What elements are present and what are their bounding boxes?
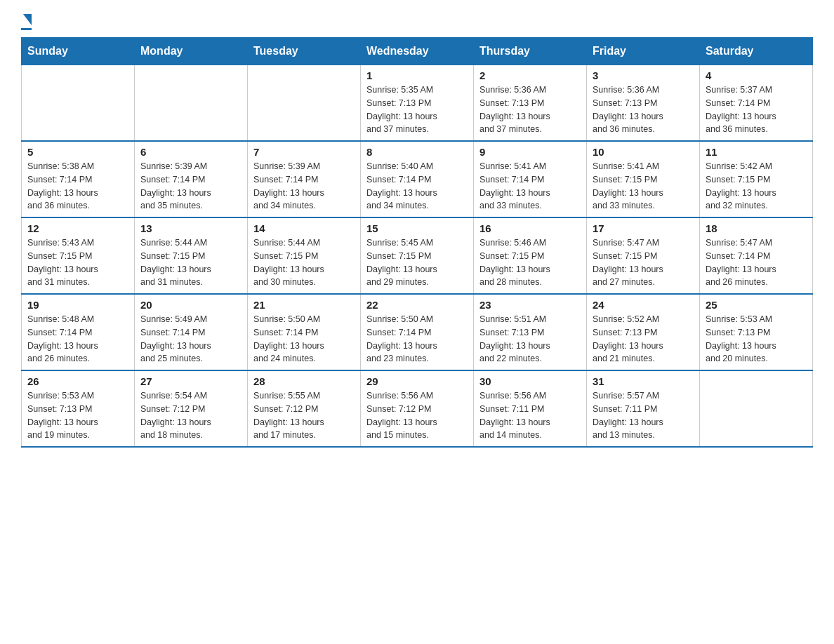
- calendar-cell: 25Sunrise: 5:53 AM Sunset: 7:13 PM Dayli…: [700, 294, 813, 370]
- calendar-cell: 30Sunrise: 5:56 AM Sunset: 7:11 PM Dayli…: [474, 370, 587, 447]
- day-number: 24: [593, 299, 694, 311]
- day-number: 27: [140, 375, 241, 387]
- header-monday: Monday: [135, 38, 248, 65]
- calendar-cell: 9Sunrise: 5:41 AM Sunset: 7:14 PM Daylig…: [474, 141, 587, 217]
- day-number: 20: [140, 299, 241, 311]
- day-info: Sunrise: 5:50 AM Sunset: 7:14 PM Dayligh…: [253, 313, 355, 365]
- logo-triangle-icon: [23, 14, 32, 25]
- calendar-cell: 14Sunrise: 5:44 AM Sunset: 7:15 PM Dayli…: [248, 217, 361, 294]
- header-tuesday: Tuesday: [248, 38, 361, 65]
- calendar-week-3: 12Sunrise: 5:43 AM Sunset: 7:15 PM Dayli…: [22, 217, 813, 294]
- calendar-cell: 24Sunrise: 5:52 AM Sunset: 7:13 PM Dayli…: [587, 294, 700, 370]
- day-info: Sunrise: 5:56 AM Sunset: 7:12 PM Dayligh…: [366, 389, 468, 442]
- day-number: 2: [479, 69, 581, 81]
- day-number: 26: [27, 375, 128, 387]
- day-number: 25: [706, 299, 807, 311]
- calendar-cell: 16Sunrise: 5:46 AM Sunset: 7:15 PM Dayli…: [474, 217, 587, 294]
- day-number: 13: [140, 222, 241, 234]
- calendar-cell: 17Sunrise: 5:47 AM Sunset: 7:15 PM Dayli…: [587, 217, 700, 294]
- calendar-table: SundayMondayTuesdayWednesdayThursdayFrid…: [21, 37, 813, 448]
- day-number: 28: [253, 375, 355, 387]
- calendar-cell: 13Sunrise: 5:44 AM Sunset: 7:15 PM Dayli…: [135, 217, 248, 294]
- day-info: Sunrise: 5:43 AM Sunset: 7:15 PM Dayligh…: [27, 236, 128, 289]
- header-wednesday: Wednesday: [361, 38, 474, 65]
- calendar-cell: 21Sunrise: 5:50 AM Sunset: 7:14 PM Dayli…: [248, 294, 361, 370]
- calendar-cell: 11Sunrise: 5:42 AM Sunset: 7:15 PM Dayli…: [700, 141, 813, 217]
- calendar-cell: 12Sunrise: 5:43 AM Sunset: 7:15 PM Dayli…: [22, 217, 135, 294]
- day-info: Sunrise: 5:39 AM Sunset: 7:14 PM Dayligh…: [253, 160, 355, 213]
- day-number: 30: [479, 375, 581, 387]
- day-info: Sunrise: 5:45 AM Sunset: 7:15 PM Dayligh…: [366, 236, 468, 289]
- day-info: Sunrise: 5:41 AM Sunset: 7:14 PM Dayligh…: [479, 160, 581, 213]
- day-number: 9: [479, 146, 581, 158]
- day-info: Sunrise: 5:52 AM Sunset: 7:13 PM Dayligh…: [593, 313, 694, 365]
- day-info: Sunrise: 5:42 AM Sunset: 7:15 PM Dayligh…: [706, 160, 807, 213]
- calendar-cell: 15Sunrise: 5:45 AM Sunset: 7:15 PM Dayli…: [361, 217, 474, 294]
- day-number: 19: [27, 299, 128, 311]
- calendar-cell: 28Sunrise: 5:55 AM Sunset: 7:12 PM Dayli…: [248, 370, 361, 447]
- day-info: Sunrise: 5:41 AM Sunset: 7:15 PM Dayligh…: [593, 160, 694, 213]
- day-info: Sunrise: 5:36 AM Sunset: 7:13 PM Dayligh…: [593, 83, 694, 136]
- day-number: 11: [706, 146, 807, 158]
- day-info: Sunrise: 5:36 AM Sunset: 7:13 PM Dayligh…: [479, 83, 581, 136]
- day-number: 10: [593, 146, 694, 158]
- calendar-cell: 5Sunrise: 5:38 AM Sunset: 7:14 PM Daylig…: [22, 141, 135, 217]
- day-info: Sunrise: 5:38 AM Sunset: 7:14 PM Dayligh…: [27, 160, 128, 213]
- logo: [21, 14, 32, 30]
- day-info: Sunrise: 5:53 AM Sunset: 7:13 PM Dayligh…: [706, 313, 807, 365]
- calendar-cell: 23Sunrise: 5:51 AM Sunset: 7:13 PM Dayli…: [474, 294, 587, 370]
- day-number: 15: [366, 222, 468, 234]
- day-info: Sunrise: 5:54 AM Sunset: 7:12 PM Dayligh…: [140, 389, 241, 442]
- calendar-cell: 8Sunrise: 5:40 AM Sunset: 7:14 PM Daylig…: [361, 141, 474, 217]
- calendar-cell: [248, 65, 361, 142]
- header-friday: Friday: [587, 38, 700, 65]
- calendar-cell: [135, 65, 248, 142]
- calendar-cell: 19Sunrise: 5:48 AM Sunset: 7:14 PM Dayli…: [22, 294, 135, 370]
- calendar-cell: 22Sunrise: 5:50 AM Sunset: 7:14 PM Dayli…: [361, 294, 474, 370]
- day-number: 4: [706, 69, 807, 81]
- day-number: 21: [253, 299, 355, 311]
- calendar-cell: 29Sunrise: 5:56 AM Sunset: 7:12 PM Dayli…: [361, 370, 474, 447]
- day-info: Sunrise: 5:51 AM Sunset: 7:13 PM Dayligh…: [479, 313, 581, 365]
- day-number: 12: [27, 222, 128, 234]
- day-info: Sunrise: 5:46 AM Sunset: 7:15 PM Dayligh…: [479, 236, 581, 289]
- day-info: Sunrise: 5:44 AM Sunset: 7:15 PM Dayligh…: [253, 236, 355, 289]
- calendar-cell: 7Sunrise: 5:39 AM Sunset: 7:14 PM Daylig…: [248, 141, 361, 217]
- day-info: Sunrise: 5:39 AM Sunset: 7:14 PM Dayligh…: [140, 160, 241, 213]
- calendar-week-5: 26Sunrise: 5:53 AM Sunset: 7:13 PM Dayli…: [22, 370, 813, 447]
- header-saturday: Saturday: [700, 38, 813, 65]
- day-number: 14: [253, 222, 355, 234]
- day-number: 6: [140, 146, 241, 158]
- calendar-week-1: 1Sunrise: 5:35 AM Sunset: 7:13 PM Daylig…: [22, 65, 813, 142]
- day-info: Sunrise: 5:56 AM Sunset: 7:11 PM Dayligh…: [479, 389, 581, 442]
- calendar-header-row: SundayMondayTuesdayWednesdayThursdayFrid…: [22, 38, 813, 65]
- header-sunday: Sunday: [22, 38, 135, 65]
- day-info: Sunrise: 5:47 AM Sunset: 7:15 PM Dayligh…: [593, 236, 694, 289]
- day-info: Sunrise: 5:50 AM Sunset: 7:14 PM Dayligh…: [366, 313, 468, 365]
- calendar-cell: 2Sunrise: 5:36 AM Sunset: 7:13 PM Daylig…: [474, 65, 587, 142]
- day-number: 22: [366, 299, 468, 311]
- day-number: 31: [593, 375, 694, 387]
- calendar-week-2: 5Sunrise: 5:38 AM Sunset: 7:14 PM Daylig…: [22, 141, 813, 217]
- day-info: Sunrise: 5:47 AM Sunset: 7:14 PM Dayligh…: [706, 236, 807, 289]
- calendar-cell: 31Sunrise: 5:57 AM Sunset: 7:11 PM Dayli…: [587, 370, 700, 447]
- calendar-cell: 20Sunrise: 5:49 AM Sunset: 7:14 PM Dayli…: [135, 294, 248, 370]
- day-info: Sunrise: 5:40 AM Sunset: 7:14 PM Dayligh…: [366, 160, 468, 213]
- calendar-cell: 18Sunrise: 5:47 AM Sunset: 7:14 PM Dayli…: [700, 217, 813, 294]
- day-number: 8: [366, 146, 468, 158]
- day-number: 23: [479, 299, 581, 311]
- header-thursday: Thursday: [474, 38, 587, 65]
- day-number: 7: [253, 146, 355, 158]
- day-info: Sunrise: 5:55 AM Sunset: 7:12 PM Dayligh…: [253, 389, 355, 442]
- day-number: 1: [366, 69, 468, 81]
- page-header: [21, 14, 813, 30]
- calendar-cell: 1Sunrise: 5:35 AM Sunset: 7:13 PM Daylig…: [361, 65, 474, 142]
- day-info: Sunrise: 5:57 AM Sunset: 7:11 PM Dayligh…: [593, 389, 694, 442]
- day-info: Sunrise: 5:49 AM Sunset: 7:14 PM Dayligh…: [140, 313, 241, 365]
- calendar-cell: 6Sunrise: 5:39 AM Sunset: 7:14 PM Daylig…: [135, 141, 248, 217]
- calendar-cell: 3Sunrise: 5:36 AM Sunset: 7:13 PM Daylig…: [587, 65, 700, 142]
- day-info: Sunrise: 5:37 AM Sunset: 7:14 PM Dayligh…: [706, 83, 807, 136]
- calendar-cell: [700, 370, 813, 447]
- day-number: 18: [706, 222, 807, 234]
- day-info: Sunrise: 5:35 AM Sunset: 7:13 PM Dayligh…: [366, 83, 468, 136]
